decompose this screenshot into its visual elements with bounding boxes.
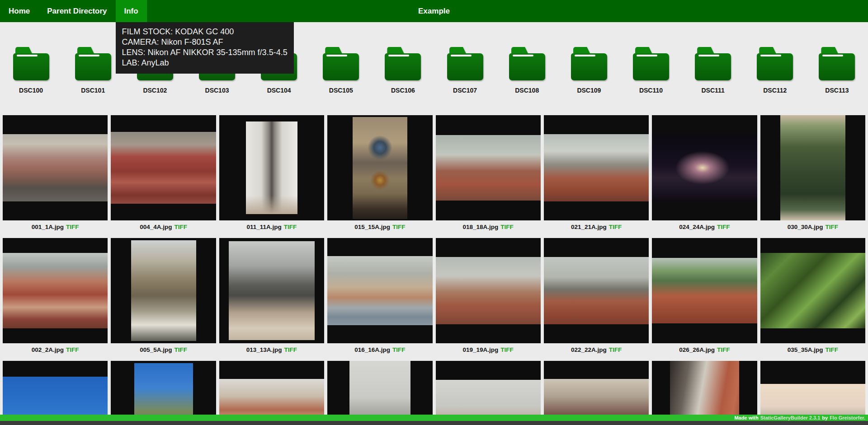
tiff-link[interactable]: TIFF [284,346,297,353]
photo-thumbnail[interactable] [229,241,315,340]
photo-frame [544,115,649,220]
tiff-link[interactable]: TIFF [717,346,730,353]
folder-label[interactable]: DSC100 [0,87,62,94]
folder-label[interactable]: DSC108 [496,87,558,94]
folder-item[interactable]: DSC106 [372,47,434,94]
folder-item[interactable]: DSC101 [62,47,124,94]
folder-icon[interactable] [570,47,608,80]
footer-made-with: Made with [734,415,758,421]
photo-filename[interactable]: 024_24A.jpg [679,224,715,230]
photo-thumbnail[interactable] [353,117,407,219]
photo-filename[interactable]: 022_22A.jpg [571,346,607,353]
photo-filename[interactable]: 001_1A.jpg [32,224,64,230]
photo-filename[interactable]: 002_2A.jpg [32,346,64,353]
folder-item[interactable]: DSC110 [620,47,682,94]
folder-label[interactable]: DSC111 [682,87,744,94]
folder-item[interactable]: DSC108 [496,47,558,94]
photo-thumbnail[interactable] [760,253,865,329]
tiff-link[interactable]: TIFF [174,346,187,353]
photo-thumbnail[interactable] [544,134,649,201]
photo-thumbnail[interactable] [544,257,649,324]
photo-thumbnail[interactable] [780,115,845,220]
tiff-link[interactable]: TIFF [500,224,514,230]
photo-thumbnail[interactable] [327,256,432,326]
photo-filename[interactable]: 015_15A.jpg [354,224,390,230]
photo-thumbnail[interactable] [652,258,757,323]
photo-label: 013_13A.jpgTIFF [219,343,324,356]
folder-label[interactable]: DSC105 [310,87,372,94]
tiff-link[interactable]: TIFF [174,224,187,230]
tiff-link[interactable]: TIFF [717,224,730,230]
tiff-link[interactable]: TIFF [609,224,622,230]
photo-thumbnail[interactable] [652,134,757,201]
folder-icon[interactable] [12,47,50,80]
footer-builder-link[interactable]: StaticGalleryBuilder 2.3.1 [760,415,821,421]
gallery-item: 011_11A.jpgTIFF [219,115,324,233]
tiff-link[interactable]: TIFF [609,346,622,353]
photo-thumbnail[interactable] [111,132,216,203]
tiff-link[interactable]: TIFF [66,346,79,353]
photo-thumbnail[interactable] [131,240,196,341]
folder-label[interactable]: DSC107 [434,87,496,94]
tiff-link[interactable]: TIFF [392,224,406,230]
folder-icon[interactable] [322,47,360,80]
footer-author-link[interactable]: Flo Greistorfer. [830,415,865,421]
folder-icon[interactable] [818,47,856,80]
folder-item[interactable]: DSC109 [558,47,620,94]
gallery-item: 002_2A.jpgTIFF [3,238,108,356]
folder-item[interactable]: DSC105 [310,47,372,94]
nav-item-parent-directory[interactable]: Parent Directory [38,0,115,22]
folder-label[interactable]: DSC112 [744,87,806,94]
folder-label[interactable]: DSC102 [124,87,186,94]
folder-icon[interactable] [632,47,670,80]
photo-filename[interactable]: 016_16A.jpg [354,346,390,353]
folder-icon[interactable] [756,47,794,80]
tiff-link[interactable]: TIFF [500,346,514,353]
photo-label: 021_21A.jpgTIFF [544,220,649,233]
folder-icon[interactable] [694,47,732,80]
folder-label[interactable]: DSC101 [62,87,124,94]
tiff-link[interactable]: TIFF [392,346,406,353]
folder-icon-body [75,53,111,80]
nav-item-home[interactable]: Home [0,0,38,22]
photo-filename[interactable]: 019_19A.jpg [463,346,499,353]
photo-filename[interactable]: 026_26A.jpg [679,346,715,353]
photo-thumbnail[interactable] [246,121,297,214]
folder-label[interactable]: DSC104 [248,87,310,94]
folder-icon-line [17,55,38,56]
tiff-link[interactable]: TIFF [825,224,838,230]
folder-item[interactable]: DSC113 [806,47,868,94]
photo-filename[interactable]: 011_11A.jpg [247,224,282,230]
folder-item[interactable]: DSC100 [0,47,62,94]
folder-label[interactable]: DSC103 [186,87,248,94]
photo-thumbnail[interactable] [3,253,108,329]
photo-filename[interactable]: 021_21A.jpg [571,224,607,230]
photo-filename[interactable]: 013_13A.jpg [246,346,282,353]
folder-icon[interactable] [384,47,422,80]
photo-filename[interactable]: 018_18A.jpg [463,224,499,230]
tooltip-line-lens: LENS: Nikon AF NIKKOR 35-135mm f/3.5-4.5 [122,47,288,58]
folder-label[interactable]: DSC106 [372,87,434,94]
tooltip-line-lab: LAB: AnyLab [122,58,288,68]
photo-filename[interactable]: 005_5A.jpg [140,346,172,353]
tiff-link[interactable]: TIFF [66,224,79,230]
folder-label[interactable]: DSC113 [806,87,868,94]
folder-icon[interactable] [74,47,112,80]
folder-item[interactable]: DSC107 [434,47,496,94]
photo-filename[interactable]: 004_4A.jpg [140,224,172,230]
tiff-link[interactable]: TIFF [284,224,297,230]
photo-filename[interactable]: 030_30A.jpg [788,224,823,230]
tiff-link[interactable]: TIFF [825,346,838,353]
nav-item-info[interactable]: Info FILM STOCK: KODAK GC 400 CAMERA: Ni… [116,0,147,22]
folder-icon-line [760,55,781,56]
folder-label[interactable]: DSC110 [620,87,682,94]
folder-icon[interactable] [446,47,484,80]
photo-thumbnail[interactable] [436,257,541,324]
photo-thumbnail[interactable] [3,134,108,201]
folder-label[interactable]: DSC109 [558,87,620,94]
photo-filename[interactable]: 035_35A.jpg [788,346,823,353]
folder-item[interactable]: DSC111 [682,47,744,94]
folder-item[interactable]: DSC112 [744,47,806,94]
photo-thumbnail[interactable] [436,135,541,200]
folder-icon[interactable] [508,47,546,80]
